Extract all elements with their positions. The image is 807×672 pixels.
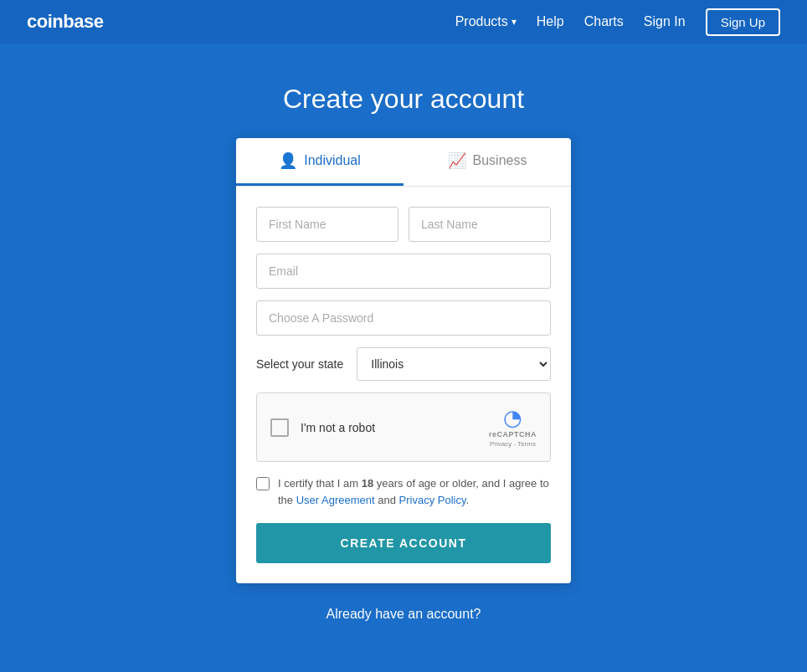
captcha-label: I'm not a robot [301,421,375,434]
name-row [256,207,551,242]
tab-business-label: Business [473,153,527,168]
page-content: Create your account 👤 Individual 📈 Busin… [0,44,807,655]
page-title: Create your account [283,84,524,115]
nav-help-link[interactable]: Help [537,14,564,29]
last-name-input[interactable] [409,207,551,242]
already-have-account: Already have an account? [326,607,481,622]
nav-signup-button[interactable]: Sign Up [706,8,780,36]
captcha-box: I'm not a robot ◔ reCAPTCHA Privacy - Te… [256,392,551,462]
first-name-input[interactable] [256,207,398,242]
certify-text: I certify that I am 18 years of age or o… [278,475,551,508]
captcha-checkbox[interactable] [270,418,289,437]
state-label: Select your state [256,357,343,371]
email-input[interactable] [256,254,551,289]
captcha-brand: reCAPTCHA [489,430,537,439]
privacy-policy-link[interactable]: Privacy Policy [399,494,466,506]
nav-products-link[interactable]: Products [455,14,517,29]
user-agreement-link[interactable]: User Agreement [296,494,375,506]
certify-checkbox[interactable] [256,477,270,490]
create-account-button[interactable]: CREATE ACCOUNT [256,523,551,563]
logo: coinbase [27,11,455,33]
individual-icon: 👤 [279,151,297,170]
password-group [256,300,551,336]
certify-row: I certify that I am 18 years of age or o… [256,475,551,508]
state-select[interactable]: AlabamaAlaskaArizonaArkansasCaliforniaCo… [357,347,551,381]
nav-signin-link[interactable]: Sign In [644,14,686,29]
captcha-left: I'm not a robot [270,418,375,437]
tab-individual[interactable]: 👤 Individual [236,138,404,186]
captcha-logo-icon: ◔ [503,407,522,428]
captcha-links: Privacy - Terms [490,440,536,448]
navbar: coinbase Products Help Charts Sign In Si… [0,0,807,44]
password-input[interactable] [256,300,551,336]
captcha-right: ◔ reCAPTCHA Privacy - Terms [489,407,537,448]
nav-charts-link[interactable]: Charts [584,14,624,29]
state-row: Select your state AlabamaAlaskaArizonaAr… [256,347,551,381]
form-body: Select your state AlabamaAlaskaArizonaAr… [236,187,571,583]
business-icon: 📈 [448,151,466,170]
tab-business[interactable]: 📈 Business [404,138,571,186]
account-type-tabs: 👤 Individual 📈 Business [236,138,571,187]
tab-individual-label: Individual [304,153,361,168]
nav-links: Products Help Charts Sign In Sign Up [455,8,780,36]
signup-card: 👤 Individual 📈 Business [236,138,571,583]
email-group [256,254,551,289]
